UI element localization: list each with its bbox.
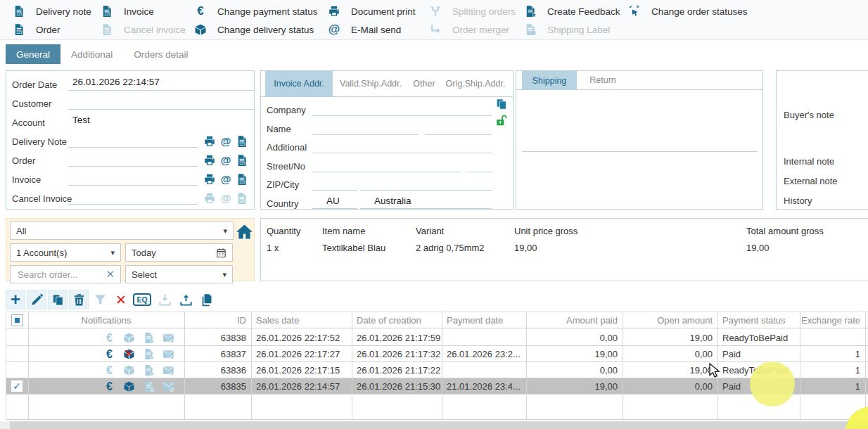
invoice-doc-value[interactable] — [68, 172, 198, 186]
zip-input[interactable] — [312, 177, 357, 191]
print-delivery-note-icon[interactable] — [203, 135, 216, 148]
payment-status-header[interactable]: Payment status — [717, 312, 800, 328]
toolbar-email-send[interactable]: @E-Mail send — [328, 23, 401, 37]
exchange-rate-header[interactable]: Exchange rate — [800, 312, 865, 328]
account-value[interactable]: Test — [68, 115, 254, 128]
horizontal-scrollbar[interactable] — [0, 421, 868, 429]
payment-date: 21.01.2026 23:4... — [442, 378, 526, 394]
toolbar-create-feedback[interactable]: Create Feedback — [524, 4, 620, 18]
shipping-notification-icon — [123, 348, 135, 360]
delivery-note-value[interactable] — [68, 134, 198, 148]
internal-note-label[interactable]: Internal note — [784, 156, 834, 167]
date-range-picker[interactable]: Today — [125, 243, 233, 262]
tab-valid-ship-address[interactable]: Valid.Ship.Addr. — [335, 71, 407, 96]
tab-invoice-address[interactable]: Invoice Addr. — [265, 71, 333, 97]
tab-other-address[interactable]: Other — [409, 71, 440, 96]
cancel-invoice-doc-value[interactable] — [68, 191, 198, 205]
payment-date — [442, 330, 526, 345]
tab-orders-detail[interactable]: Orders detail — [123, 44, 198, 64]
add-order-button[interactable]: + — [6, 290, 25, 309]
cancel-button[interactable]: ✕ — [111, 290, 131, 309]
export-button[interactable] — [176, 290, 196, 309]
toolbar-invoice[interactable]: Invoice — [101, 4, 154, 18]
order-doc-value[interactable] — [68, 153, 198, 167]
copy-order-button[interactable] — [48, 290, 68, 309]
date-of-creation-header[interactable]: Date of creation — [352, 312, 442, 328]
table-row[interactable]: ✓ € 63836 26.01.2026 22:17:15 26.01.2026… — [6, 362, 868, 378]
buyers-note-label[interactable]: Buyer's note — [784, 110, 834, 120]
search-order-box: ✕ — [10, 265, 121, 283]
street-input[interactable] — [312, 158, 460, 172]
filter-button — [90, 290, 110, 309]
payment-date-header[interactable]: Payment date — [442, 312, 526, 328]
clear-search-icon[interactable]: ✕ — [106, 268, 115, 281]
country-code-input[interactable]: AU — [312, 196, 357, 209]
amount-paid-header[interactable]: Amount paid — [526, 312, 623, 328]
last-name-input[interactable] — [425, 121, 492, 135]
select-value: Select — [132, 269, 218, 280]
filter-box: All ▾ 1 Account(s) ▾ Today ✕ Select ▾ — [6, 218, 255, 281]
city-input[interactable] — [360, 177, 492, 191]
variant-header: Variant — [416, 226, 444, 236]
pencil-icon — [30, 293, 44, 307]
toolbar-change-payment-status[interactable]: €Change payment status — [194, 4, 318, 18]
chevron-down-icon: ▾ — [223, 226, 227, 236]
toolbar-order[interactable]: Order — [13, 23, 60, 37]
external-note-label[interactable]: External note — [784, 176, 838, 186]
order-date-value[interactable]: 26.01.2026 22:14:57 — [68, 77, 254, 91]
status-filter-dropdown[interactable]: All ▾ — [10, 222, 234, 240]
scrollbar-thumb[interactable] — [10, 421, 868, 429]
email-invoice-icon[interactable]: @ — [219, 173, 232, 186]
tab-additional[interactable]: Additional — [60, 44, 123, 64]
toolbar-label: Change delivery status — [217, 25, 314, 35]
email-delivery-note-icon[interactable]: @ — [219, 135, 232, 148]
select-all-checkbox[interactable] — [11, 314, 23, 326]
open-amount-header[interactable]: Open amount — [623, 312, 717, 328]
copy-page-button[interactable] — [197, 290, 217, 309]
shipping-notification-icon — [123, 364, 135, 376]
first-name-input[interactable] — [312, 121, 418, 135]
street-number-input[interactable] — [466, 158, 492, 172]
toolbar-change-order-statuses[interactable]: Change order statuses — [628, 4, 748, 18]
print-order-icon[interactable] — [203, 154, 216, 167]
table-row[interactable]: ✓ € 63835 26.01.2026 22:14:57 26.01.2026… — [6, 378, 868, 395]
search-eq-button[interactable]: EQ — [132, 290, 152, 309]
company-input[interactable] — [312, 102, 492, 116]
table-row[interactable]: ✓ € 63837 26.01.2026 22:17:27 26.01.2026… — [6, 346, 868, 362]
edit-order-button[interactable] — [27, 290, 46, 309]
open-amount: 19,00 — [623, 330, 717, 345]
shipping-divider — [522, 151, 757, 152]
table-row[interactable]: ✓ € 63838 26.01.2026 22:17:52 26.01.2026… — [6, 330, 868, 346]
notifications-header[interactable]: Notifications — [28, 312, 184, 328]
tab-return[interactable]: Return — [582, 71, 623, 89]
row-checkbox[interactable]: ✓ — [11, 380, 23, 392]
pdf-order-icon[interactable] — [236, 154, 248, 167]
mail-notification-icon — [162, 348, 174, 360]
payment-notification-icon: € — [103, 332, 115, 344]
history-label[interactable]: History — [784, 196, 812, 206]
delete-order-button[interactable] — [69, 290, 89, 309]
country-name-input[interactable]: Australia — [360, 196, 492, 209]
print-invoice-icon[interactable] — [203, 173, 216, 186]
toolbar-document-print[interactable]: Document print — [328, 4, 416, 18]
select-dropdown[interactable]: Select ▾ — [125, 265, 233, 283]
customer-value[interactable] — [68, 96, 254, 110]
unlock-icon[interactable] — [495, 114, 508, 127]
item-name-header: Item name — [322, 226, 365, 236]
copy-address-icon[interactable] — [495, 98, 508, 110]
email-order-icon[interactable]: @ — [219, 154, 232, 167]
exchange-rate — [800, 330, 865, 345]
tab-general[interactable]: General — [6, 44, 60, 64]
toolbar-delivery-note[interactable]: Delivery note — [13, 4, 91, 18]
search-order-input[interactable] — [16, 269, 101, 281]
sales-date-header[interactable]: Sales date — [251, 312, 352, 328]
pdf-invoice-icon[interactable] — [236, 173, 248, 186]
tab-orig-ship-address[interactable]: Orig.Ship.Addr. — [441, 71, 510, 96]
additional-input[interactable] — [312, 139, 492, 153]
accounts-dropdown[interactable]: 1 Account(s) ▾ — [10, 243, 121, 262]
toolbar-change-delivery-status[interactable]: Change delivery status — [194, 23, 314, 37]
id-header[interactable]: ID — [184, 312, 251, 328]
tab-shipping[interactable]: Shipping — [522, 71, 577, 90]
home-icon[interactable] — [236, 223, 253, 241]
pdf-delivery-note-icon[interactable] — [236, 135, 248, 148]
